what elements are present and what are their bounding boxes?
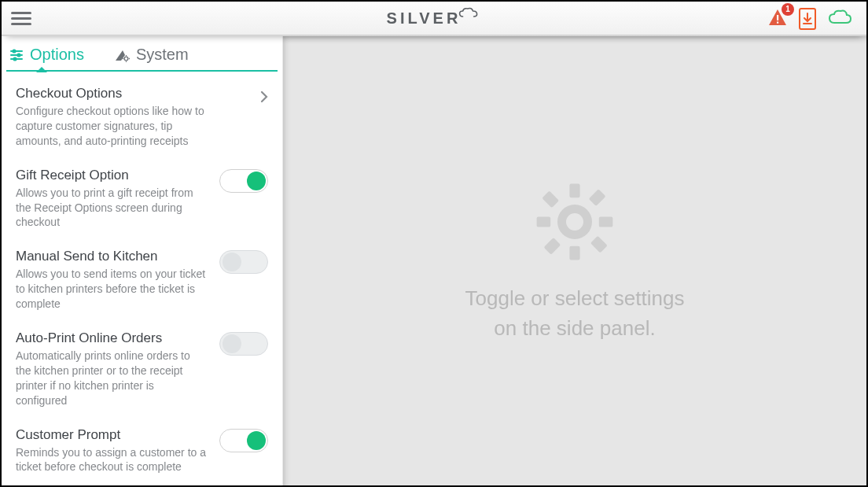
toggle-manual-kitchen[interactable] <box>219 250 268 274</box>
network-gear-icon <box>114 48 130 62</box>
chevron-right-icon <box>260 86 268 108</box>
toggle-autoprint-online[interactable] <box>219 332 268 356</box>
brand-logo: SILVER <box>387 9 482 28</box>
svg-point-8 <box>124 57 128 61</box>
settings-list: Checkout Options Configure checkout opti… <box>2 72 282 485</box>
brand-text: SILVER <box>387 9 462 28</box>
menu-icon[interactable] <box>11 9 31 29</box>
alert-icon[interactable]: 1 <box>767 8 788 30</box>
svg-point-6 <box>17 53 20 56</box>
gear-icon <box>531 179 618 265</box>
svg-point-5 <box>13 50 15 52</box>
row-desc: Automatically prints online orders to th… <box>16 349 208 408</box>
tab-options-label: Options <box>30 46 84 64</box>
row-manual-kitchen: Manual Send to Kitchen Allows you to sen… <box>16 249 268 312</box>
alert-badge: 1 <box>782 3 794 16</box>
row-desc: Allows you to print a gift receipt from … <box>16 186 208 231</box>
svg-rect-15 <box>537 216 551 227</box>
svg-rect-18 <box>590 236 608 253</box>
row-checkout-options[interactable]: Checkout Options Configure checkout opti… <box>16 86 268 149</box>
svg-point-7 <box>13 57 16 60</box>
top-bar: SILVER 1 <box>2 2 866 36</box>
row-title: Customer Prompt <box>16 427 208 443</box>
main-panel: Toggle or select settings on the side pa… <box>283 36 866 485</box>
tab-system-label: System <box>136 46 189 64</box>
sliders-icon <box>9 48 24 62</box>
svg-rect-17 <box>542 190 559 208</box>
row-desc: Allows you to send items on your ticket … <box>16 267 208 312</box>
svg-rect-16 <box>599 216 613 227</box>
main-line2: on the side panel. <box>465 314 685 344</box>
cloud-status-icon[interactable] <box>827 9 852 29</box>
row-customer-prompt: Customer Prompt Reminds you to assign a … <box>16 427 268 475</box>
svg-rect-19 <box>589 189 606 206</box>
toggle-customer-prompt[interactable] <box>219 429 268 452</box>
row-gift-receipt: Gift Receipt Option Allows you to print … <box>16 168 268 231</box>
row-desc: Configure checkout options like how to c… <box>16 104 220 149</box>
main-placeholder-text: Toggle or select settings on the side pa… <box>465 284 685 343</box>
svg-rect-0 <box>777 15 778 20</box>
svg-rect-20 <box>544 238 561 255</box>
sidebar: Options System Checkout Options Configur… <box>2 36 283 485</box>
tabs: Options System <box>2 36 282 72</box>
row-title: Manual Send to Kitchen <box>16 249 208 264</box>
row-title: Checkout Options <box>16 86 249 101</box>
svg-rect-13 <box>569 183 579 197</box>
download-icon[interactable] <box>799 8 816 30</box>
svg-rect-14 <box>569 246 579 260</box>
tab-system[interactable]: System <box>114 46 189 72</box>
toggle-gift-receipt[interactable] <box>219 169 268 193</box>
row-title: Gift Receipt Option <box>16 168 208 183</box>
cloud-accent-icon <box>458 7 478 18</box>
row-autoprint-online: Auto-Print Online Orders Automatically p… <box>16 330 268 408</box>
svg-rect-1 <box>777 21 778 23</box>
row-desc: Reminds you to assign a customer to a ti… <box>16 445 208 475</box>
row-title: Auto-Print Online Orders <box>16 330 208 346</box>
main-line1: Toggle or select settings <box>465 284 685 314</box>
